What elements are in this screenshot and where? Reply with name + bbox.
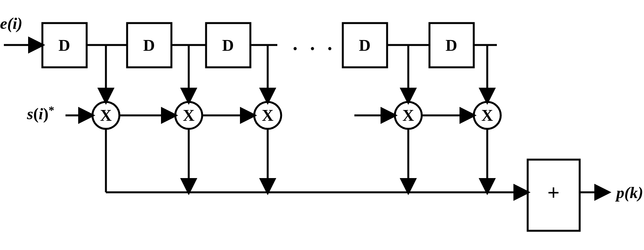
input-s-label: s(i)* [27, 103, 54, 123]
input-e-label: e(i) [0, 15, 22, 33]
multiplier-label: X [481, 107, 493, 124]
multiplier-label: X [262, 107, 273, 124]
delay-label: D [359, 37, 371, 54]
multiplier-label: X [402, 107, 414, 124]
delay-label: D [446, 37, 457, 54]
output-label: p(k) [615, 184, 643, 202]
sum-label: + [547, 181, 560, 205]
ellipsis: . . . [293, 33, 336, 54]
multiplier-label: X [183, 107, 195, 124]
correlator-diagram: D D D D D . . . e(i) X X X X X s(i)* [0, 0, 644, 250]
delay-label: D [59, 37, 70, 54]
multiplier-label: X [100, 107, 112, 124]
delay-label: D [143, 37, 155, 54]
delay-label: D [222, 37, 234, 54]
